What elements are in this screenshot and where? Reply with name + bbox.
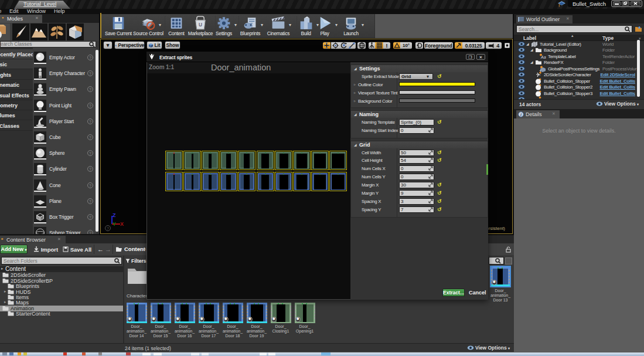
svg-text:Aa: Aa (540, 55, 546, 59)
svg-text:U: U (199, 22, 202, 28)
